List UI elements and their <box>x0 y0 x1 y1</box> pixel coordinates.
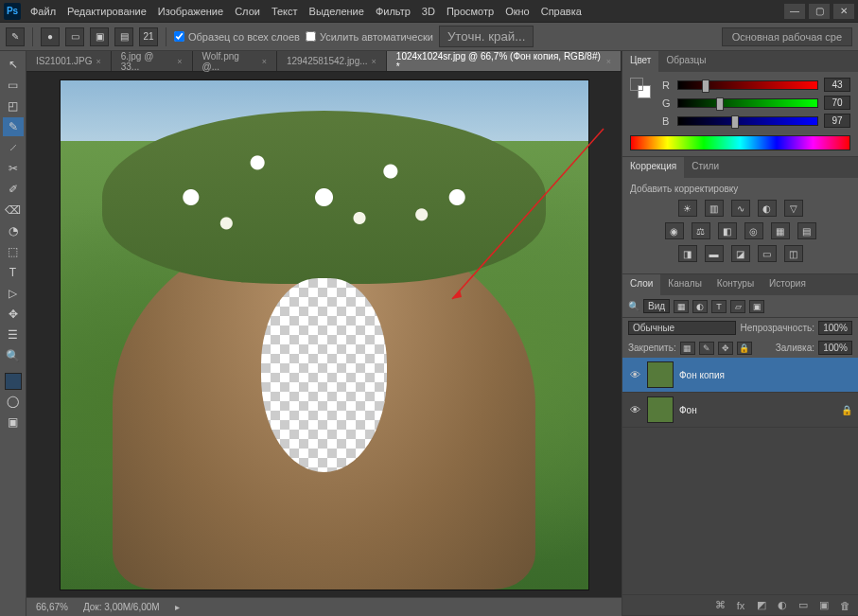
menu-3d[interactable]: 3D <box>422 6 435 17</box>
opacity-input[interactable]: 100% <box>818 321 852 335</box>
eyedropper-tool[interactable]: ⟋ <box>3 138 24 157</box>
menu-tool[interactable]: ☰ <box>3 326 24 344</box>
menu-file[interactable]: Файл <box>30 6 56 17</box>
blend-mode-select[interactable]: Обычные <box>628 321 736 335</box>
filter-type-icon[interactable]: T <box>711 300 727 313</box>
marquee-tool[interactable]: ▭ <box>3 76 24 95</box>
fg-bg-swatch[interactable] <box>630 78 651 98</box>
lock-all-icon[interactable]: 🔒 <box>737 342 752 355</box>
path-tool[interactable]: ▷ <box>3 284 24 303</box>
menu-filter[interactable]: Фильтр <box>376 6 411 17</box>
screenmode-icon[interactable]: ▣ <box>3 413 24 431</box>
adjustment-layer-icon[interactable]: ◐ <box>775 599 790 612</box>
tab-history[interactable]: История <box>762 274 814 295</box>
close-icon[interactable]: × <box>372 57 376 66</box>
fill-input[interactable]: 100% <box>818 341 852 355</box>
layer-name[interactable]: Фон копия <box>679 370 852 380</box>
lock-transparency-icon[interactable]: ▦ <box>680 342 695 355</box>
move-tool[interactable]: ↖ <box>3 55 24 74</box>
brightness-icon[interactable]: ☀ <box>678 200 697 217</box>
close-icon[interactable]: × <box>177 57 182 66</box>
filter-shape-icon[interactable]: ▱ <box>730 300 745 313</box>
tab-channels[interactable]: Каналы <box>660 274 709 295</box>
lock-position-icon[interactable]: ✥ <box>718 342 733 355</box>
layer-row[interactable]: 👁 Фон копия <box>622 358 858 393</box>
group-icon[interactable]: ▭ <box>796 599 811 612</box>
mixer-icon[interactable]: ▦ <box>771 222 790 239</box>
tab-adjustments[interactable]: Коррекция <box>622 157 684 178</box>
sample-all-layers-checkbox[interactable]: Образец со всех слоев <box>174 31 300 43</box>
curves-icon[interactable]: ∿ <box>731 200 750 217</box>
vibrance-icon[interactable]: ▽ <box>784 200 803 217</box>
doc-tab[interactable]: 6.jpg @ 33...× <box>112 51 193 71</box>
filter-adjust-icon[interactable]: ◐ <box>692 300 708 313</box>
link-layers-icon[interactable]: ⌘ <box>712 599 727 612</box>
shape-tool[interactable]: ⬚ <box>3 242 24 261</box>
layer-row[interactable]: 👁 Фон 🔒 <box>622 393 858 428</box>
slider-g[interactable] <box>677 98 818 108</box>
minimize-button[interactable]: — <box>784 4 805 19</box>
menu-text[interactable]: Текст <box>271 6 298 17</box>
close-icon[interactable]: × <box>96 57 100 66</box>
refine-edge-button[interactable]: Уточн. край... <box>439 26 534 47</box>
gradient-tool[interactable]: ◔ <box>3 221 24 240</box>
exposure-icon[interactable]: ◐ <box>758 200 777 217</box>
tab-layers[interactable]: Слои <box>622 274 660 295</box>
visibility-icon[interactable]: 👁 <box>628 368 641 381</box>
tab-swatches[interactable]: Образцы <box>658 51 713 72</box>
hue-icon[interactable]: ◉ <box>665 222 684 239</box>
doc-tab[interactable]: 12942581542.jpg...× <box>277 51 387 71</box>
doc-tab-active[interactable]: 1024x1024sr.jpg @ 66,7% (Фон копия, RGB/… <box>387 51 622 71</box>
bw-icon[interactable]: ◧ <box>718 222 737 239</box>
doc-tab[interactable]: Wolf.png @...× <box>193 51 277 71</box>
filter-pixel-icon[interactable]: ▦ <box>674 300 689 313</box>
brush-tool[interactable]: ✐ <box>3 180 24 199</box>
layer-thumbnail[interactable] <box>647 361 674 388</box>
tolerance-field[interactable]: 21 <box>139 27 158 46</box>
menu-window[interactable]: Окно <box>505 6 530 17</box>
value-g[interactable]: 70 <box>824 96 850 110</box>
sample-all-checkbox-input[interactable] <box>174 31 184 42</box>
lasso-tool[interactable]: ✂ <box>3 159 24 178</box>
current-tool-icon[interactable]: ✎ <box>6 27 25 46</box>
menu-select[interactable]: Выделение <box>309 6 364 17</box>
quick-select-tool[interactable]: ✎ <box>3 117 24 136</box>
hand-tool[interactable]: ✥ <box>3 305 24 324</box>
threshold-icon[interactable]: ◪ <box>731 245 750 262</box>
search-icon[interactable]: 🔍 <box>628 301 639 311</box>
crop-tool[interactable]: ◰ <box>3 97 24 115</box>
selective-color-icon[interactable]: ◫ <box>784 245 803 262</box>
brush-preset-icon[interactable]: ● <box>41 27 60 46</box>
lookup-icon[interactable]: ▤ <box>797 222 816 239</box>
value-r[interactable]: 43 <box>824 78 850 92</box>
tab-paths[interactable]: Контуры <box>709 274 762 295</box>
zoom-tool[interactable]: 🔍 <box>3 346 24 365</box>
layer-name[interactable]: Фон <box>679 405 835 415</box>
balance-icon[interactable]: ⚖ <box>692 222 710 239</box>
selection-add-icon[interactable]: ▣ <box>90 27 109 46</box>
color-spectrum[interactable] <box>630 135 850 150</box>
doc-tab[interactable]: IS21001.JPG× <box>26 51 112 71</box>
layer-thumbnail[interactable] <box>647 396 674 423</box>
posterize-icon[interactable]: ▬ <box>705 245 724 262</box>
type-tool[interactable]: T <box>3 263 24 282</box>
menu-image[interactable]: Изображение <box>158 6 223 17</box>
zoom-level[interactable]: 66,67% <box>36 602 68 612</box>
close-button[interactable]: ✕ <box>833 4 854 19</box>
filter-type-select[interactable]: Вид <box>643 299 670 313</box>
visibility-icon[interactable]: 👁 <box>628 403 641 416</box>
levels-icon[interactable]: ▥ <box>705 200 724 217</box>
slider-r[interactable] <box>677 80 818 90</box>
foreground-color-swatch[interactable] <box>5 373 22 390</box>
value-b[interactable]: 97 <box>824 114 850 128</box>
menu-view[interactable]: Просмотр <box>447 6 494 17</box>
close-icon[interactable]: × <box>606 57 611 66</box>
new-layer-icon[interactable]: ▣ <box>816 599 832 612</box>
canvas[interactable] <box>60 79 589 590</box>
photo-filter-icon[interactable]: ◎ <box>744 222 763 239</box>
selection-new-icon[interactable]: ▭ <box>65 27 84 46</box>
statusbar-arrow-icon[interactable]: ▸ <box>175 602 180 612</box>
workspace-switcher[interactable]: Основная рабочая сре <box>722 27 852 46</box>
maximize-button[interactable]: ▢ <box>809 4 830 19</box>
menu-help[interactable]: Справка <box>541 6 582 17</box>
